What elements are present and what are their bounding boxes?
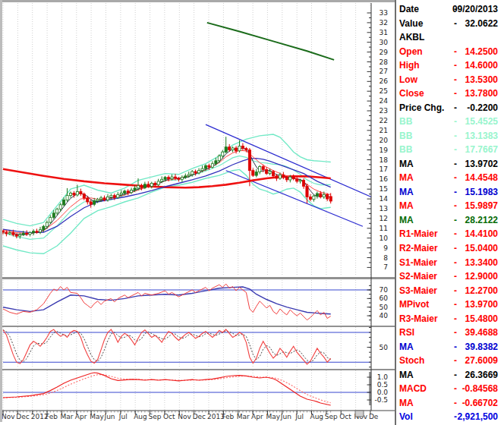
info-label: BB bbox=[399, 115, 412, 129]
x-axis-label: Sep bbox=[325, 413, 338, 420]
candle-body bbox=[12, 233, 14, 235]
info-separator: - bbox=[454, 213, 457, 228]
info-separator: - bbox=[454, 284, 457, 298]
candle-body bbox=[296, 179, 298, 181]
candle-body bbox=[22, 233, 24, 235]
y-axis-label: 0.0 bbox=[377, 389, 389, 396]
candle-body bbox=[137, 186, 139, 188]
candle-body bbox=[252, 171, 254, 175]
candle-body bbox=[204, 165, 206, 168]
candle-body bbox=[157, 181, 159, 185]
candle-body bbox=[218, 156, 220, 160]
candle-body bbox=[316, 194, 318, 196]
candle-body bbox=[266, 169, 268, 173]
y-axis-label: 29 bbox=[380, 49, 389, 56]
candle-body bbox=[228, 147, 231, 150]
info-label: AKBL bbox=[399, 30, 424, 45]
info-row: S2-Maier-12.9000 bbox=[396, 269, 504, 284]
candle-body bbox=[131, 190, 133, 193]
chart-region[interactable]: 7891011121314151617181920212223242526272… bbox=[0, 0, 395, 425]
candle-body bbox=[259, 167, 261, 172]
info-row: BB-17.7667 bbox=[396, 143, 504, 157]
candle-body bbox=[76, 191, 78, 195]
candle-body bbox=[194, 172, 197, 173]
info-separator: - bbox=[454, 101, 457, 115]
x-axis-label: Jul bbox=[295, 413, 304, 420]
candle-body bbox=[222, 152, 224, 156]
info-row: High-14.6000 bbox=[396, 58, 504, 73]
candle-body bbox=[83, 194, 85, 198]
candle-body bbox=[147, 184, 150, 187]
info-row: Vol-2,921,500 bbox=[396, 410, 504, 424]
info-label: Close bbox=[399, 87, 424, 101]
candle-body bbox=[215, 161, 217, 164]
info-separator: - bbox=[454, 368, 457, 382]
info-value: 14.2500 bbox=[465, 45, 498, 59]
info-row: BB-13.1383 bbox=[396, 129, 504, 143]
rsi-panel[interactable] bbox=[3, 280, 370, 325]
info-value: 14.6000 bbox=[465, 58, 498, 73]
info-value: 15.4525 bbox=[465, 115, 498, 129]
info-label: R1-Maier bbox=[399, 227, 438, 241]
info-row: MA-14.4548 bbox=[396, 171, 504, 185]
info-row: MA-39.8382 bbox=[396, 340, 504, 354]
candle-body bbox=[36, 231, 38, 232]
stock-chart-svg[interactable]: 7891011121314151617181920212223242526272… bbox=[0, 0, 395, 425]
candle-body bbox=[191, 172, 194, 175]
y-axis-label: 20 bbox=[380, 137, 389, 144]
y-axis-label: 60 bbox=[380, 294, 389, 302]
info-value: 13.5300 bbox=[465, 73, 498, 87]
info-row: MA-15.1983 bbox=[396, 185, 504, 200]
info-label: MA bbox=[399, 213, 414, 228]
stochastic-panel[interactable] bbox=[3, 327, 370, 368]
candle-body bbox=[276, 176, 278, 178]
candle-body bbox=[63, 200, 65, 205]
x-axis-label: May bbox=[266, 413, 280, 420]
candle-body bbox=[127, 191, 129, 193]
candle-body bbox=[66, 196, 68, 200]
candle-body bbox=[245, 149, 247, 150]
y-axis-label: 70 bbox=[380, 286, 389, 294]
ma-green-line bbox=[207, 23, 334, 60]
y-axis-label: 50 bbox=[380, 344, 389, 351]
info-value: 12.9000 bbox=[465, 269, 498, 284]
y-axis-label: 13 bbox=[380, 205, 388, 212]
candle-body bbox=[255, 172, 257, 176]
info-value: 13.1383 bbox=[465, 129, 498, 143]
y-axis-label: 33 bbox=[380, 9, 388, 17]
info-separator: - bbox=[454, 87, 457, 101]
info-separator: - bbox=[454, 171, 457, 185]
x-axis-label: Oct bbox=[339, 413, 351, 420]
info-label: MA bbox=[399, 396, 414, 411]
candle-body bbox=[106, 197, 109, 200]
info-label: R3-Maier bbox=[399, 312, 438, 326]
x-axis-label: Aug bbox=[310, 413, 324, 420]
y-axis-label: 25 bbox=[380, 87, 388, 95]
candle-body bbox=[181, 178, 183, 180]
candle-body bbox=[235, 148, 237, 151]
rsi-line bbox=[3, 284, 331, 320]
info-row: R1-Maier-14.4100 bbox=[396, 227, 504, 241]
y-axis-label: 40 bbox=[380, 312, 389, 320]
price-panel[interactable] bbox=[2, 3, 371, 276]
macd-panel[interactable] bbox=[3, 370, 370, 410]
scrollbar-thumb[interactable] bbox=[355, 411, 364, 417]
info-row: Open-14.2500 bbox=[396, 45, 504, 59]
info-separator: - bbox=[454, 199, 457, 213]
candle-body bbox=[232, 148, 234, 150]
info-row: Close-13.7800 bbox=[396, 87, 504, 101]
info-separator: - bbox=[454, 382, 457, 396]
candle-body bbox=[329, 197, 332, 201]
candle-body bbox=[326, 194, 329, 199]
info-separator: - bbox=[454, 58, 457, 73]
x-axis-label: Aug bbox=[134, 413, 147, 420]
y-axis-label: 23 bbox=[380, 107, 388, 115]
info-separator: - bbox=[454, 73, 457, 87]
y-axis-label: 27 bbox=[380, 68, 388, 75]
y-axis-label: 12 bbox=[380, 215, 388, 222]
info-value: 15.0400 bbox=[465, 241, 498, 256]
x-axis-label: Apr bbox=[75, 413, 87, 420]
info-label: Stoch bbox=[399, 354, 424, 368]
info-label: BB bbox=[399, 143, 412, 157]
candle-body bbox=[208, 165, 210, 167]
